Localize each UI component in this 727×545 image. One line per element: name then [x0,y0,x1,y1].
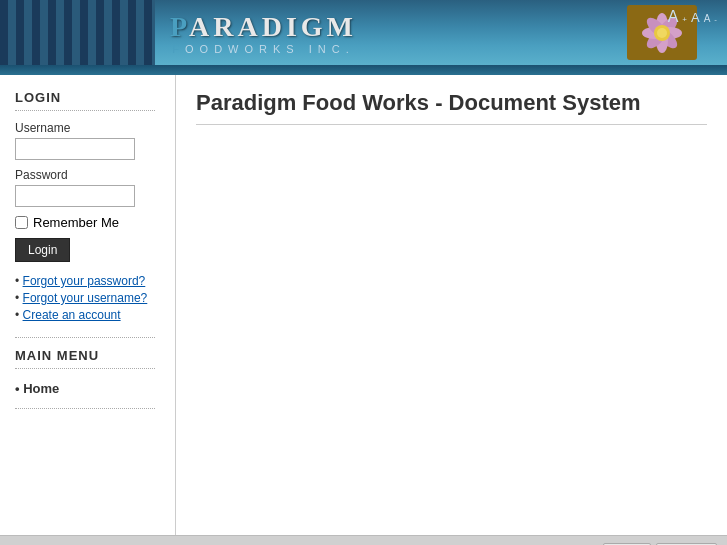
password-label: Password [15,168,160,182]
username-label: Username [15,121,160,135]
login-divider [15,110,155,111]
main-menu-section: MAIN MENU Home [15,348,160,409]
login-section: LOGIN Username Password Remember Me Logi… [15,90,160,322]
brand-name: PARADIGM [170,11,357,43]
username-input[interactable] [15,138,135,160]
svg-point-10 [657,28,667,38]
login-section-title: LOGIN [15,90,160,105]
brand-sub: FOODWORKS INC. [172,43,354,55]
font-size-superscript: + [682,15,687,24]
remember-me-row: Remember Me [15,215,160,230]
list-item: Forgot your password? [15,274,160,288]
list-item: Forgot your username? [15,291,160,305]
main-menu-title: MAIN MENU [15,348,160,363]
content-area: Paradigm Food Works - Document System [175,75,727,535]
list-item: Create an account [15,308,160,322]
sidebar: LOGIN Username Password Remember Me Logi… [0,75,175,535]
font-size-superscript2: - [714,15,717,24]
menu-items: Home [15,379,160,398]
remember-me-checkbox[interactable] [15,216,28,229]
sidebar-links: Forgot your password? Forgot your userna… [15,274,160,322]
create-account-link[interactable]: Create an account [23,308,121,322]
header: PARADIGM FOODWORKS INC. A + A A - [0,0,727,65]
header-logo: PARADIGM FOODWORKS INC. [170,11,357,55]
font-size-small[interactable]: A [704,13,711,24]
brand-prefix: P [170,11,189,42]
password-input[interactable] [15,185,135,207]
login-button[interactable]: Login [15,238,70,262]
forgot-username-link[interactable]: Forgot your username? [23,291,148,305]
menu-bottom-divider [15,408,155,409]
main-wrapper: LOGIN Username Password Remember Me Logi… [0,75,727,535]
font-size-controls: A + A A - [668,8,717,26]
forgot-password-link[interactable]: Forgot your password? [23,274,146,288]
font-size-medium[interactable]: A [691,10,700,25]
nav-bar [0,65,727,75]
main-menu-divider [15,368,155,369]
header-stripes [0,0,155,65]
footer: | ✓ CSS ✓ XHTML [0,535,727,545]
remember-me-label: Remember Me [33,215,119,230]
font-size-large[interactable]: A [668,8,679,26]
menu-divider [15,337,155,338]
menu-item-home[interactable]: Home [15,379,160,398]
page-title: Paradigm Food Works - Document System [196,90,707,125]
